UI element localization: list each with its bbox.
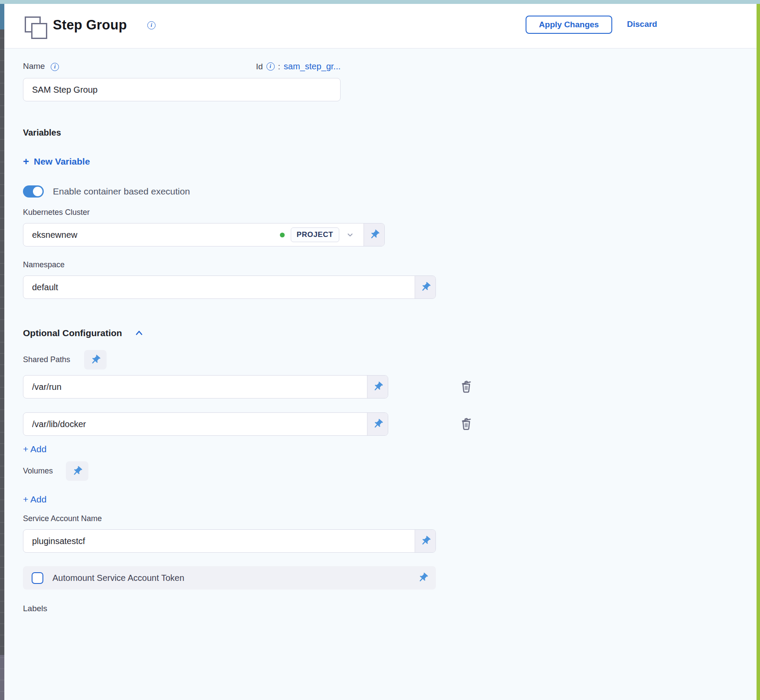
delete-shared-path-button[interactable] (458, 378, 474, 395)
new-variable-button[interactable]: + New Variable (23, 156, 90, 167)
chevron-down-icon[interactable] (345, 230, 355, 240)
automount-pin-button[interactable] (417, 572, 429, 583)
entity-id: Id i : sam_step_gr... (256, 62, 341, 71)
shared-paths-label: Shared Paths (23, 355, 70, 364)
kubernetes-cluster-label: Kubernetes Cluster (23, 208, 90, 217)
namespace-input[interactable] (32, 282, 406, 292)
shared-paths-header: Shared Paths (23, 350, 107, 369)
name-label-row: Name i Id i : sam_step_gr... (23, 62, 341, 72)
plus-icon: + (23, 156, 29, 167)
variables-heading: Variables (23, 128, 61, 138)
background-left-accent (0, 4, 4, 29)
name-input[interactable] (32, 85, 331, 95)
toggle-label: Enable container based execution (53, 186, 190, 197)
background-left-editor-strip (0, 4, 4, 700)
automount-label: Automount Service Account Token (52, 573, 184, 583)
kubernetes-cluster-widget[interactable]: eksnewnew PROJECT (23, 223, 385, 246)
step-group-icon (25, 16, 48, 40)
delete-shared-path-button[interactable] (458, 415, 474, 433)
name-field-widget (23, 78, 341, 101)
namespace-widget (23, 275, 436, 299)
shared-paths-pin-button[interactable] (84, 350, 107, 369)
pin-icon (420, 282, 431, 293)
pin-icon (71, 466, 83, 477)
service-account-input[interactable] (32, 536, 406, 546)
namespace-label: Namespace (23, 260, 65, 269)
id-label: Id (256, 62, 263, 71)
pin-icon (420, 535, 431, 547)
shared-path-input[interactable] (32, 382, 358, 392)
name-label: Name (23, 62, 45, 71)
volumes-header: Volumes (23, 461, 88, 481)
shared-path-row (23, 375, 388, 399)
id-separator: : (278, 62, 280, 71)
connector-status-dot (280, 233, 285, 237)
service-account-pin-button[interactable] (415, 530, 435, 552)
volumes-pin-button[interactable] (66, 461, 88, 481)
volumes-label: Volumes (23, 467, 53, 476)
id-info-icon[interactable]: i (266, 62, 275, 71)
shared-path-input[interactable] (32, 419, 358, 429)
background-right-strip (757, 4, 760, 700)
scope-badge: PROJECT (291, 227, 340, 242)
trash-icon (458, 415, 474, 433)
labels-heading: Labels (23, 604, 47, 613)
add-shared-path-link[interactable]: + Add (23, 444, 46, 454)
pin-icon (369, 229, 380, 240)
chevron-up-icon[interactable] (134, 328, 144, 338)
optional-configuration-heading: Optional Configuration (23, 328, 122, 338)
kubernetes-cluster-pin-button[interactable] (364, 224, 384, 246)
add-volume-link[interactable]: + Add (23, 494, 46, 505)
panel-header: Step Group i Apply Changes Discard (4, 4, 757, 49)
background-top-strip (0, 0, 760, 4)
shared-path-pin-button[interactable] (367, 413, 388, 435)
id-value[interactable]: sam_step_gr... (284, 62, 341, 71)
title-info-icon[interactable]: i (147, 21, 156, 29)
namespace-pin-button[interactable] (415, 276, 435, 298)
step-group-config-page: Step Group i Apply Changes Discard Name … (0, 0, 760, 700)
pin-icon (90, 354, 101, 366)
shared-path-pin-button[interactable] (367, 376, 388, 398)
optional-configuration-header[interactable]: Optional Configuration (23, 328, 144, 338)
new-variable-label: New Variable (34, 156, 90, 167)
pin-icon (372, 418, 383, 430)
apply-changes-button[interactable]: Apply Changes (526, 16, 612, 34)
trash-icon (458, 378, 474, 395)
enable-container-execution-toggle[interactable] (23, 185, 44, 198)
page-title: Step Group (53, 17, 127, 33)
automount-checkbox[interactable] (32, 572, 43, 584)
container-execution-row: Enable container based execution (23, 185, 190, 198)
shared-path-row (23, 412, 388, 436)
discard-link[interactable]: Discard (627, 19, 657, 29)
kubernetes-cluster-value[interactable]: eksnewnew (32, 230, 274, 240)
service-account-widget (23, 529, 436, 553)
name-info-icon[interactable]: i (51, 63, 59, 71)
step-group-panel: Step Group i Apply Changes Discard Name … (4, 4, 757, 700)
pin-icon (372, 381, 383, 392)
automount-row: Automount Service Account Token (23, 566, 436, 590)
service-account-label: Service Account Name (23, 514, 102, 523)
